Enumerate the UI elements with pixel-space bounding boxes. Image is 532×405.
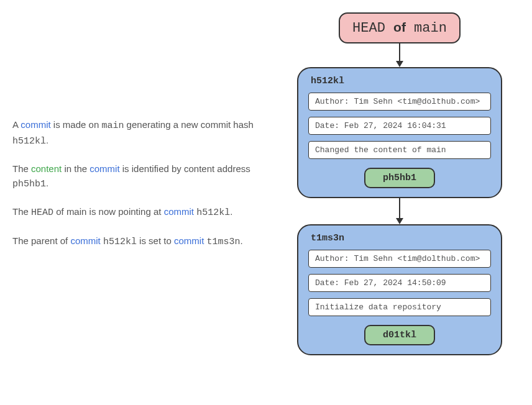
keyword-content: content xyxy=(31,163,62,174)
arrow-icon xyxy=(396,43,403,67)
keyword-commit: commit xyxy=(164,206,194,217)
commit-hash: h512kl xyxy=(311,76,344,86)
commit-hash: t1ms3n xyxy=(311,233,344,243)
paragraph-2: The content in the commit is identified … xyxy=(12,162,267,191)
content-address: ph5hb1 xyxy=(364,168,435,188)
keyword-commit: commit xyxy=(174,235,204,246)
commit-node: t1ms3n Author: Tim Sehn <tim@dolthub.com… xyxy=(297,224,502,355)
keyword-commit: commit xyxy=(89,163,119,174)
author-field: Author: Tim Sehn <tim@dolthub.com> xyxy=(308,93,491,111)
commit-hash-ref: h512kl xyxy=(103,237,137,247)
of-text: of xyxy=(393,20,406,34)
date-field: Date: Feb 27, 2024 14:50:09 xyxy=(308,274,491,292)
message-field: Initialize data repository xyxy=(308,298,491,316)
commit-hash-ref: h512kl xyxy=(196,207,230,218)
commit-hash-ref: h512kl xyxy=(12,136,46,147)
head-label: HEAD of main xyxy=(339,12,461,43)
content-address-ref: ph5hb1 xyxy=(12,179,46,189)
paragraph-4: The parent of commit h512kl is set to co… xyxy=(12,234,267,250)
head-text: HEAD xyxy=(352,20,385,36)
head-ref: HEAD xyxy=(31,207,53,218)
content-address: d01tkl xyxy=(364,325,435,345)
paragraph-3: The HEAD of main is now pointing at comm… xyxy=(12,205,267,221)
commit-graph: HEAD of main h512kl Author: Tim Sehn <ti… xyxy=(286,12,513,393)
keyword-commit: commit xyxy=(70,235,100,246)
branch-name: main xyxy=(414,20,447,36)
commit-node: h512kl Author: Tim Sehn <tim@dolthub.com… xyxy=(297,67,502,198)
branch-name: main xyxy=(101,121,124,131)
author-field: Author: Tim Sehn <tim@dolthub.com> xyxy=(308,250,491,268)
explanation-text: A commit is made on main generating a ne… xyxy=(12,12,267,393)
keyword-commit: commit xyxy=(21,119,50,130)
paragraph-1: A commit is made on main generating a ne… xyxy=(12,118,267,148)
date-field: Date: Feb 27, 2024 16:04:31 xyxy=(308,117,491,135)
commit-hash-ref: t1ms3n xyxy=(206,237,240,247)
message-field: Changed the content of main xyxy=(308,141,491,159)
arrow-icon xyxy=(396,198,403,224)
